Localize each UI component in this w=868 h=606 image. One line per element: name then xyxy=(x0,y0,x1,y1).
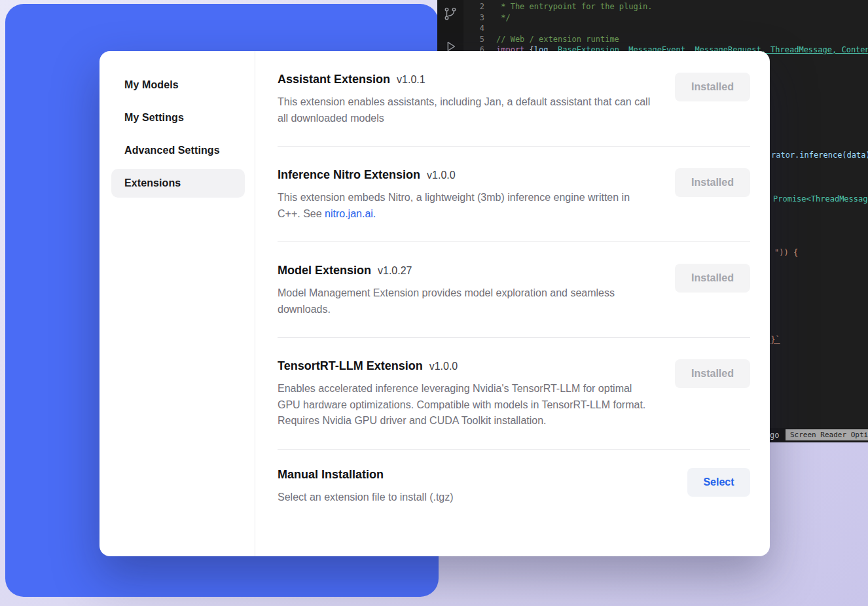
code-text: // Web / extension runtime xyxy=(496,34,619,45)
sidebar-item-label: Extensions xyxy=(124,177,181,189)
sidebar-item-my-settings[interactable]: My Settings xyxy=(111,103,245,132)
extension-title: Model Extension xyxy=(278,264,371,277)
manual-installation-description: Select an extension file to install (.tg… xyxy=(278,490,454,506)
extensions-panel: Assistant Extension v1.0.1 This extensio… xyxy=(255,51,770,556)
extension-info: Assistant Extension v1.0.1 This extensio… xyxy=(278,73,654,126)
extension-version: v1.0.0 xyxy=(427,169,456,181)
extension-info: Manual Installation Select an extension … xyxy=(278,468,454,506)
extension-title: TensortRT-LLM Extension xyxy=(278,359,423,373)
extension-version: v1.0.27 xyxy=(378,265,412,277)
extension-heading: Assistant Extension v1.0.1 xyxy=(278,73,654,86)
extension-row-nitro: Inference Nitro Extension v1.0.0 This ex… xyxy=(278,147,750,241)
line-number: 3 xyxy=(474,12,484,24)
extension-row-model: Model Extension v1.0.27 Model Management… xyxy=(278,242,750,337)
code-line: 2 * The entrypoint for the plugin. xyxy=(474,1,868,12)
extension-info: TensortRT-LLM Extension v1.0.0 Enables a… xyxy=(278,359,654,429)
extension-row-assistant: Assistant Extension v1.0.1 This extensio… xyxy=(278,51,750,146)
line-number: 5 xyxy=(474,34,484,45)
extension-version: v1.0.0 xyxy=(429,361,458,372)
screen-reader-badge[interactable]: Screen Reader Optimize xyxy=(786,429,868,440)
extension-heading: Model Extension v1.0.27 xyxy=(278,264,654,277)
extension-description: This extension embeds Nitro, a lightweig… xyxy=(278,190,654,222)
extension-heading: Manual Installation xyxy=(278,468,454,482)
manual-installation-title: Manual Installation xyxy=(278,468,384,482)
installed-button[interactable]: Installed xyxy=(675,73,750,101)
installed-button[interactable]: Installed xyxy=(675,168,750,197)
statusbar-text: go xyxy=(770,431,779,440)
extension-heading: Inference Nitro Extension v1.0.0 xyxy=(278,168,654,182)
sidebar-item-advanced-settings[interactable]: Advanced Settings xyxy=(111,136,245,165)
extension-version: v1.0.1 xyxy=(397,74,425,86)
extension-title: Assistant Extension xyxy=(278,73,390,86)
line-number: 4 xyxy=(474,23,484,34)
settings-modal: My Models My Settings Advanced Settings … xyxy=(99,51,770,556)
sidebar-item-label: Advanced Settings xyxy=(124,145,220,156)
code-fragment: ")) { xyxy=(774,248,798,257)
installed-button[interactable]: Installed xyxy=(675,264,750,293)
settings-sidebar: My Models My Settings Advanced Settings … xyxy=(99,51,255,556)
extension-description: This extension enables assistants, inclu… xyxy=(278,94,654,126)
select-file-button[interactable]: Select xyxy=(687,468,750,497)
code-area: 2 * The entrypoint for the plugin. 3 */ … xyxy=(474,1,868,56)
line-number: 2 xyxy=(474,1,484,12)
extension-heading: TensortRT-LLM Extension v1.0.0 xyxy=(278,359,654,373)
code-text: */ xyxy=(496,12,511,24)
extension-info: Model Extension v1.0.27 Model Management… xyxy=(278,264,654,317)
code-text: * The entrypoint for the plugin. xyxy=(496,1,652,12)
sidebar-item-label: My Settings xyxy=(124,112,184,124)
extension-info: Inference Nitro Extension v1.0.0 This ex… xyxy=(278,168,654,222)
sidebar-item-label: My Models xyxy=(124,79,179,91)
extension-title: Inference Nitro Extension xyxy=(278,168,420,182)
sidebar-item-my-models[interactable]: My Models xyxy=(111,71,245,99)
extension-row-tensorrt: TensortRT-LLM Extension v1.0.0 Enables a… xyxy=(278,338,750,449)
extension-description: Model Management Extension provides mode… xyxy=(278,285,654,317)
code-fragment: Promise<ThreadMessage> xyxy=(773,194,868,204)
code-line: 5 // Web / extension runtime xyxy=(474,34,868,45)
manual-installation-row: Manual Installation Select an extension … xyxy=(278,450,750,506)
sidebar-item-extensions[interactable]: Extensions xyxy=(111,169,245,198)
nitro-jan-ai-link[interactable]: nitro.jan.ai. xyxy=(325,208,376,219)
code-line: 4 xyxy=(474,23,868,34)
code-fragment: rator.inference(data)); xyxy=(771,151,868,160)
code-line: 3 */ xyxy=(474,12,868,24)
installed-button[interactable]: Installed xyxy=(675,359,750,388)
source-control-icon[interactable] xyxy=(443,7,458,21)
extension-description: Enables accelerated inference leveraging… xyxy=(278,381,654,429)
